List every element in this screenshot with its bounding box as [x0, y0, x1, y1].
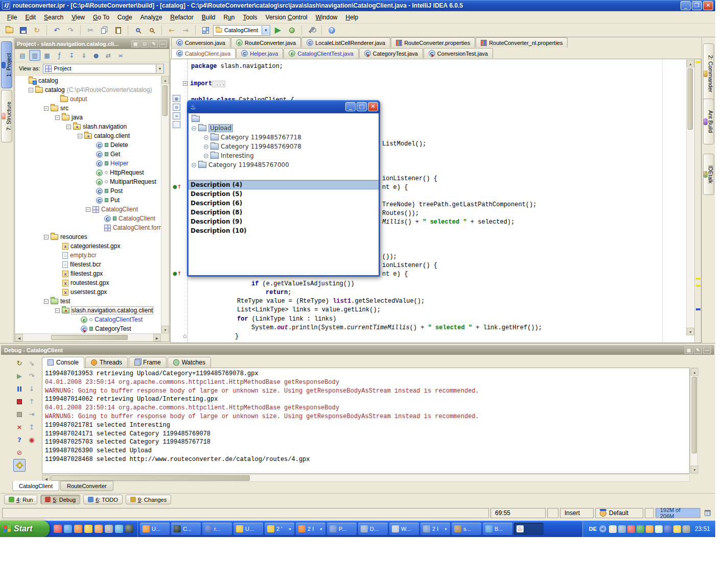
quicklaunch-icon-7[interactable] — [115, 525, 123, 533]
minimize-button[interactable]: _ — [680, 1, 691, 10]
synchronize-icon[interactable]: ↻ — [31, 25, 43, 36]
dialog-tree-item[interactable] — [189, 114, 379, 124]
bookmark-icon[interactable]: ⌂ — [183, 332, 187, 339]
help-icon[interactable]: ? — [325, 25, 338, 36]
stripe-mark-yellow[interactable] — [696, 278, 700, 280]
tree-expander-icon[interactable]: − — [44, 299, 49, 304]
split-icon[interactable]: ⇄ — [103, 50, 114, 61]
gui-designer-gutter-icon[interactable]: ▦ — [173, 95, 180, 102]
flatten-packages-icon[interactable]: ▦ — [41, 50, 53, 61]
tree-item[interactable]: −catalog (C:\p4\RouteConverter\catalog) — [15, 85, 161, 94]
description-list-item[interactable]: Description (8) — [189, 208, 379, 217]
debug-tab-frame[interactable]: Frame — [129, 357, 167, 368]
stop-icon[interactable] — [13, 395, 26, 408]
scroll-to-source-icon[interactable]: ⊡ — [140, 40, 149, 47]
tray-icon-7[interactable] — [664, 525, 672, 533]
debug-tab-console[interactable]: Console — [42, 357, 84, 368]
dialog-maximize-button[interactable]: □ — [357, 102, 367, 111]
rerun-debugger-icon[interactable]: ↻ — [13, 357, 26, 370]
run-configuration-select[interactable]: CatalogClient ▼ — [213, 25, 270, 36]
menu-go-to[interactable]: Go To — [89, 12, 113, 22]
overrides-method-icon[interactable]: ●↑ — [173, 184, 181, 189]
tray-icon-6[interactable] — [655, 525, 663, 533]
edit-run-configurations-icon[interactable] — [199, 25, 212, 36]
debug-panel-header[interactable]: Debug - CatalogClient ▣ ✎ — — [1, 345, 714, 355]
menu-refactor[interactable]: Refactor — [166, 12, 197, 22]
stripe-mark-yellow[interactable] — [696, 61, 700, 63]
menu-tools[interactable]: Tools — [239, 12, 262, 22]
debug-icon[interactable] — [286, 25, 298, 36]
tree-handle-icon[interactable] — [204, 144, 208, 149]
mute-breakpoints-icon[interactable]: ⊘ — [13, 446, 26, 459]
step-over-icon[interactable]: ↷ — [26, 370, 38, 382]
chevron-down-icon[interactable]: ▼ — [156, 65, 163, 72]
collapse-all-icon[interactable]: ≍ — [115, 50, 126, 61]
task-button-11[interactable]: s... — [452, 523, 481, 535]
description-list-item[interactable]: Description (5) — [189, 189, 379, 199]
quicklaunch-icon-8[interactable] — [125, 525, 133, 533]
debug-tab-threads[interactable]: Threads — [85, 357, 128, 368]
session-tab-routeconverter[interactable]: RouteConverter — [60, 481, 113, 491]
menu-search[interactable]: Search — [40, 12, 67, 22]
quicklaunch-icon-6[interactable] — [105, 525, 113, 533]
tree-expander-icon[interactable]: − — [55, 308, 60, 313]
tree-item[interactable]: catalog — [15, 76, 161, 85]
tree-expander-icon[interactable]: − — [86, 207, 90, 212]
autoscroll-from-source-icon[interactable]: ⇓ — [78, 50, 89, 61]
view-breakpoints-icon[interactable] — [13, 408, 26, 421]
error-stripe[interactable] — [694, 59, 701, 343]
tree-expander-icon[interactable]: − — [66, 125, 71, 129]
tree-item[interactable]: CatalogClient.form — [15, 223, 161, 232]
undo-icon[interactable]: ↶ — [51, 25, 63, 36]
toolwindow-button-1-project[interactable]: 1: Project — [1, 41, 12, 88]
insert-mode-cell[interactable]: Insert — [560, 508, 594, 518]
copy-reference-gutter-icon[interactable]: ⧉ — [173, 104, 180, 111]
toolwindow-button-4-run[interactable]: 4: Run — [4, 495, 37, 504]
tree-handle-icon[interactable] — [192, 163, 196, 167]
menu-view[interactable]: View — [67, 12, 89, 22]
window-titlebar[interactable]: I] routeconverter.ipr - [C:\p4\RouteConv… — [0, 0, 715, 11]
task-button-3[interactable]: r... — [202, 523, 232, 535]
structure-gutter-icon[interactable]: ≡ — [173, 112, 180, 119]
description-list-item[interactable]: Description (10) — [189, 226, 379, 235]
tree-item[interactable]: xcategoriestest.gpx — [15, 241, 161, 251]
quicklaunch-icon-3[interactable] — [74, 525, 82, 533]
open-icon[interactable] — [3, 25, 15, 36]
tree-item[interactable]: CHelper — [15, 159, 161, 168]
gc-trash-icon[interactable] — [702, 510, 713, 516]
group-by-icon[interactable]: ● — [90, 50, 102, 61]
help-icon[interactable]: ? — [13, 433, 26, 446]
task-button-8[interactable]: D... — [358, 523, 388, 535]
pause-icon[interactable] — [13, 382, 26, 395]
tree-item[interactable]: cMultipartRequest — [15, 177, 161, 186]
close-button[interactable]: ✕ — [703, 1, 713, 10]
tree-handle-icon[interactable] — [204, 154, 208, 158]
catalog-client-dialog[interactable]: ♨ _ □ ✕ UploadCategory 1199485767718Cate… — [187, 100, 380, 277]
tree-item[interactable]: xroutestest.gpx — [15, 278, 161, 287]
pop-frame-icon[interactable]: ↥ — [26, 421, 38, 433]
editor-tab-helper-java[interactable]: CHelper.java — [236, 48, 283, 58]
tray-icon-1[interactable] — [609, 525, 617, 533]
stripe-mark-yellow[interactable] — [696, 285, 700, 287]
chevron-down-icon[interactable]: ▼ — [444, 527, 448, 531]
menu-build[interactable]: Build — [198, 12, 220, 22]
tray-icon-8[interactable] — [673, 525, 681, 533]
task-button-12[interactable]: B... — [483, 523, 512, 535]
tree-expander-icon[interactable]: − — [44, 235, 49, 239]
menu-run[interactable]: Run — [219, 12, 239, 22]
task-button-2[interactable]: C... — [171, 523, 201, 535]
menu-file[interactable]: File — [3, 12, 21, 22]
tree-item[interactable]: −slash.navigation.catalog.client — [15, 306, 161, 315]
replace-icon[interactable] — [146, 25, 158, 36]
quicklaunch-icon-4[interactable] — [84, 525, 92, 533]
editor-tab-routeconverter_nl-properties[interactable]: RouteConverter_nl.properties — [476, 37, 568, 47]
tree-expander-icon[interactable]: − — [55, 115, 60, 120]
blank-gutter-icon[interactable] — [173, 121, 180, 128]
pin-icon[interactable]: ✎ — [694, 347, 702, 354]
tray-icon-4[interactable] — [637, 525, 644, 533]
chevron-down-icon[interactable]: ▼ — [262, 26, 270, 35]
tree-item[interactable]: CCatalogClient — [15, 214, 161, 223]
stripe-mark-blue[interactable] — [696, 308, 700, 310]
tree-item[interactable]: xuserstest.gpx — [15, 287, 161, 297]
tree-item[interactable]: CCategoryTest — [15, 324, 161, 333]
